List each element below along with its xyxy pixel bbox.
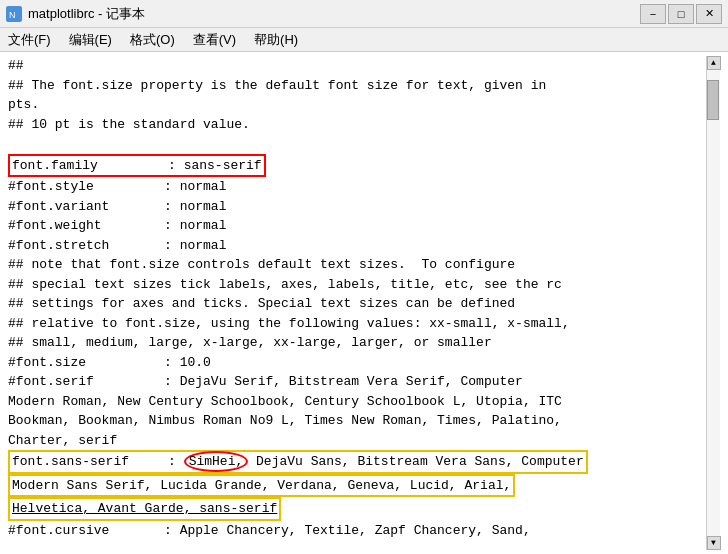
editor-area[interactable]: ## ## The font.size property is the defa… — [8, 56, 706, 550]
window-controls: − □ ✕ — [640, 4, 722, 24]
simhei-circle: SimHei, — [184, 451, 249, 472]
line-sans-serif-1: font.sans-serif : SimHei, DejaVu Sans, B… — [8, 450, 706, 474]
menu-file[interactable]: 文件(F) — [4, 31, 55, 49]
line-19: Charter, serif — [8, 431, 706, 451]
highlight-sans-serif: font.sans-serif : SimHei, DejaVu Sans, B… — [8, 450, 588, 474]
line-sans-serif-3: Helvetica, Avant Garde, sans-serif — [8, 497, 706, 521]
line-15: #font.size : 10.0 — [8, 353, 706, 373]
scrollbar[interactable]: ▲ ▼ — [706, 56, 720, 550]
line-18: Bookman, Bookman, Nimbus Roman No9 L, Ti… — [8, 411, 706, 431]
title-bar: N matplotlibrc - 记事本 − □ ✕ — [0, 0, 728, 28]
menu-bar: 文件(F) 编辑(E) 格式(O) 查看(V) 帮助(H) — [0, 28, 728, 52]
line-font-family: font.family : sans-serif — [8, 154, 706, 178]
menu-format[interactable]: 格式(O) — [126, 31, 179, 49]
line-16: #font.serif : DejaVu Serif, Bitstream Ve… — [8, 372, 706, 392]
line-6: #font.style : normal — [8, 177, 706, 197]
line-2: ## The font.size property is the default… — [8, 76, 706, 96]
menu-edit[interactable]: 编辑(E) — [65, 31, 116, 49]
line-14: ## small, medium, large, x-large, xx-lar… — [8, 333, 706, 353]
close-button[interactable]: ✕ — [696, 4, 722, 24]
highlight-sans-serif-3: Helvetica, Avant Garde, sans-serif — [8, 497, 281, 521]
line-sans-serif-2: Modern Sans Serif, Lucida Grande, Verdan… — [8, 474, 706, 498]
text-content[interactable]: ## ## The font.size property is the defa… — [0, 52, 728, 554]
line-4: ## 10 pt is the standard value. — [8, 115, 706, 135]
line-12: ## settings for axes and ticks. Special … — [8, 294, 706, 314]
line-10: ## note that font.size controls default … — [8, 255, 706, 275]
scroll-down-button[interactable]: ▼ — [707, 536, 721, 550]
scroll-up-button[interactable]: ▲ — [707, 56, 721, 70]
line-17: Modern Roman, New Century Schoolbook, Ce… — [8, 392, 706, 412]
menu-view[interactable]: 查看(V) — [189, 31, 240, 49]
line-13: ## relative to font.size, using the foll… — [8, 314, 706, 334]
window: N matplotlibrc - 记事本 − □ ✕ 文件(F) 编辑(E) 格… — [0, 0, 728, 554]
minimize-button[interactable]: − — [640, 4, 666, 24]
line-9: #font.stretch : normal — [8, 236, 706, 256]
line-8: #font.weight : normal — [8, 216, 706, 236]
line-5 — [8, 134, 706, 154]
line-7: #font.variant : normal — [8, 197, 706, 217]
highlight-font-family: font.family : sans-serif — [8, 154, 266, 178]
scroll-track[interactable] — [707, 70, 720, 536]
highlight-sans-serif-2: Modern Sans Serif, Lucida Grande, Verdan… — [8, 474, 515, 498]
window-title: matplotlibrc - 记事本 — [28, 5, 145, 23]
line-11: ## special text sizes tick labels, axes,… — [8, 275, 706, 295]
line-3: pts. — [8, 95, 706, 115]
menu-help[interactable]: 帮助(H) — [250, 31, 302, 49]
line-1: ## — [8, 56, 706, 76]
svg-text:N: N — [9, 10, 16, 20]
maximize-button[interactable]: □ — [668, 4, 694, 24]
helvetica-text: Helvetica, Avant Garde, sans-serif — [12, 501, 277, 516]
line-cursive: #font.cursive : Apple Chancery, Textile,… — [8, 521, 706, 541]
title-bar-left: N matplotlibrc - 记事本 — [6, 5, 145, 23]
scroll-thumb[interactable] — [707, 80, 719, 120]
app-icon: N — [6, 6, 22, 22]
